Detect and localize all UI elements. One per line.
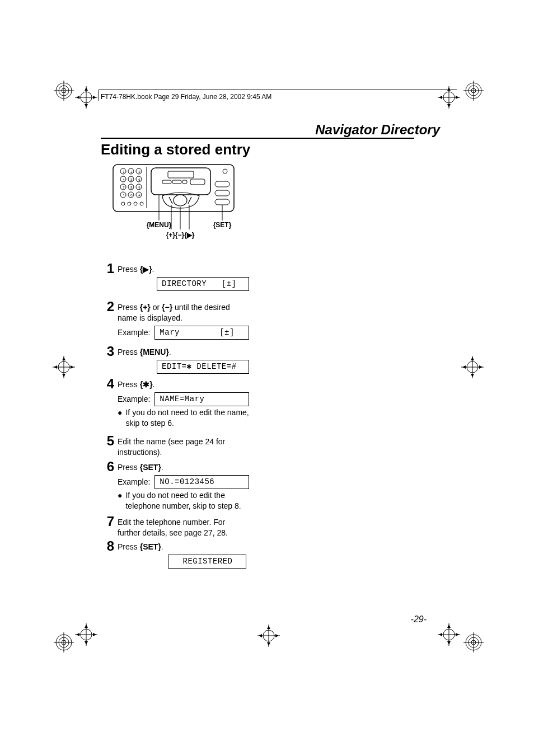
svg-rect-111 [215,199,229,205]
step-number: 4 [101,376,114,392]
svg-marker-44 [275,634,279,637]
svg-marker-68 [456,633,459,636]
svg-text:{MENU}: {MENU} [147,221,172,229]
svg-marker-34 [471,357,474,360]
step-number: 6 [101,459,114,475]
svg-marker-53 [85,624,88,628]
step-number: 7 [101,514,114,529]
page-number: -29- [411,614,427,624]
device-illustration: 123 456 789 *0# [112,162,235,243]
step-3-text: Press {MENU}. [118,347,249,358]
svg-marker-54 [85,641,88,645]
svg-marker-35 [471,374,474,377]
step-5-text: Edit the name (see page 24 for instructi… [118,436,249,458]
svg-point-108 [223,169,227,173]
section-title: Navigator Directory [315,122,440,138]
example-label: Example: [118,394,150,405]
svg-marker-30 [71,365,74,369]
section-title-underline [101,138,414,139]
svg-point-85 [140,202,143,205]
lcd-display: EDIT=✱ DELETE=# [157,360,249,374]
svg-text:0: 0 [130,194,133,197]
svg-text:{+}{−}{▶}: {+}{−}{▶} [166,231,194,239]
lcd-display: Mary [±] [154,326,249,340]
lcd-display: NO.=0123456 [154,475,249,489]
svg-marker-56 [93,633,96,636]
registration-ring-icon [463,632,484,652]
svg-point-105 [174,195,187,206]
frame-top-rule [99,90,457,90]
svg-rect-101 [162,180,171,184]
svg-marker-22 [439,96,442,99]
lcd-display: REGISTERED [168,555,246,569]
example-label: Example: [118,327,150,338]
svg-text:5: 5 [130,178,133,181]
svg-marker-67 [439,633,442,636]
svg-marker-27 [62,357,65,360]
svg-marker-37 [479,365,483,369]
svg-rect-99 [151,168,210,195]
svg-text:9: 9 [138,186,140,189]
svg-marker-28 [62,374,65,377]
step-4-bullet: ●If you do not need to edit the name, sk… [118,407,249,429]
registration-ring-icon [54,632,74,652]
registration-crosshair-icon [73,84,100,111]
step-6-bullet: ●If you do not need to edit the telephon… [118,490,249,511]
svg-marker-21 [447,104,451,107]
registration-ring-icon [463,81,484,101]
registration-crosshair-icon [435,84,462,111]
page-title: Editing a stored entry [101,141,250,158]
step-1-text: Press {▶}. [118,264,249,275]
registration-crosshair-icon [73,621,100,648]
svg-rect-109 [215,181,229,187]
svg-marker-43 [259,634,262,637]
step-number: 2 [101,299,114,314]
svg-text:*: * [123,194,125,197]
step-number: 8 [101,538,114,554]
step-2-text: Press {+} or {−} until the desired name … [118,302,249,323]
svg-marker-55 [76,633,79,636]
svg-marker-65 [447,624,451,628]
registration-crosshair-icon [50,354,77,381]
svg-text:8: 8 [130,186,133,189]
registration-crosshair-icon [435,621,462,648]
step-7-text: Edit the telephone number. For further d… [118,517,249,538]
svg-text:6: 6 [138,178,140,181]
step-6-text: Press {SET}. [118,462,249,473]
svg-text:#: # [138,194,140,197]
svg-marker-9 [85,104,88,107]
step-8-text: Press {SET}. [118,542,249,552]
step-number: 1 [101,261,114,276]
svg-rect-110 [215,190,229,196]
svg-line-106 [169,197,172,204]
svg-text:7: 7 [123,186,125,189]
svg-point-83 [128,202,131,205]
step-number: 3 [101,344,114,359]
svg-rect-103 [182,180,187,184]
svg-text:1: 1 [123,170,125,173]
svg-marker-10 [76,96,79,99]
svg-marker-23 [456,96,459,99]
svg-marker-29 [54,365,57,369]
svg-marker-66 [447,641,451,645]
svg-marker-42 [267,642,270,646]
svg-marker-8 [85,87,88,91]
svg-rect-102 [172,180,181,184]
svg-text:{SET}: {SET} [213,221,232,229]
svg-text:4: 4 [123,178,125,181]
svg-point-84 [134,202,137,205]
svg-marker-11 [93,96,96,99]
svg-marker-36 [462,365,466,369]
header-line: FT74-78HK.book Page 29 Friday, June 28, … [101,93,271,101]
lcd-display: NAME=Mary [154,392,249,406]
svg-marker-41 [267,626,270,629]
step-4-text: Press {✱}. [118,379,249,390]
svg-marker-20 [447,87,451,91]
registration-ring-icon [54,81,74,101]
svg-rect-104 [190,179,205,185]
svg-line-107 [188,197,191,204]
lcd-display: DIRECTORY [±] [157,277,249,291]
frame-left-rule [99,90,99,101]
svg-text:3: 3 [138,170,140,173]
svg-point-82 [121,202,125,205]
